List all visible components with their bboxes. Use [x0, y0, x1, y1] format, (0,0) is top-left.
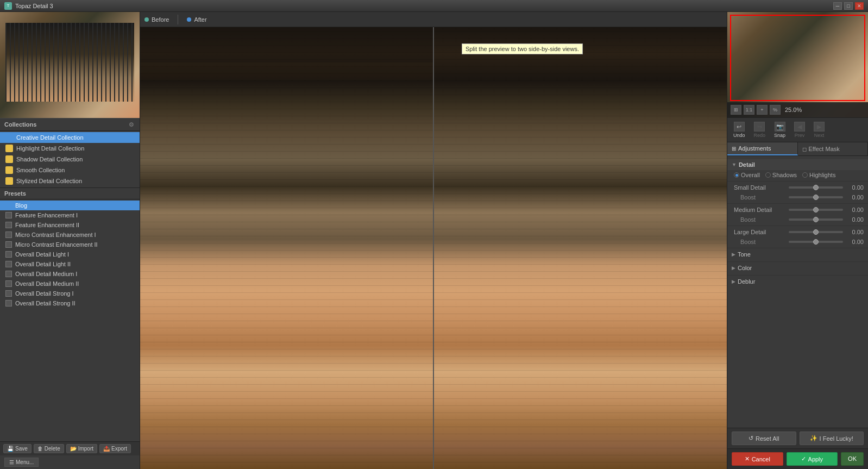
save-label: Save [15, 446, 28, 452]
large-detail-slider[interactable] [789, 231, 843, 233]
preset-item-ods1[interactable]: Overall Detail Strong I [0, 289, 140, 298]
adjustments-tab-icon: ⊞ [732, 146, 736, 152]
preset-item-blog[interactable]: Blog [0, 201, 140, 210]
tab-effect-mask[interactable]: ◻ Effect Mask [798, 142, 869, 155]
before-dot [144, 17, 149, 22]
navigator-panel: ⊞ 1:1 + % 25.0% [727, 12, 868, 118]
preset-item-fe2[interactable]: Feature Enhancement II [0, 220, 140, 230]
delete-button[interactable]: 🗑 Delete [34, 444, 64, 453]
medium-boost-value: 0.00 [846, 216, 864, 223]
prev-button[interactable]: ◀ Prev [791, 120, 808, 140]
small-boost-value: 0.00 [846, 194, 864, 201]
collection-item-smooth[interactable]: Smooth Collection [0, 165, 140, 176]
preset-item-odl2[interactable]: Overall Detail Light II [0, 259, 140, 269]
apply-button[interactable]: ✓ Apply [787, 452, 838, 466]
tab-adjustments[interactable]: ⊞ Adjustments [727, 142, 798, 155]
radio-shadows-label: Shadows [772, 172, 797, 178]
lucky-icon: ✨ [810, 435, 817, 442]
radio-shadows[interactable]: Shadows [765, 172, 797, 178]
preset-item-ods2[interactable]: Overall Detail Strong II [0, 298, 140, 308]
snap-button[interactable]: 📷 Snap [771, 120, 788, 140]
nav-zoom-out-button[interactable]: % [770, 105, 781, 115]
nav-zoom-in-button[interactable]: + [757, 105, 768, 115]
preset-item-mce1[interactable]: Micro Contrast Enhancement I [0, 230, 140, 240]
preset-item-odl1[interactable]: Overall Detail Light I [0, 249, 140, 259]
import-button[interactable]: 📂 Import [66, 444, 97, 453]
tone-section-label: Tone [738, 251, 751, 258]
preview-before [140, 27, 434, 469]
maximize-button[interactable]: □ [844, 2, 853, 10]
cancel-label: Cancel [752, 456, 770, 462]
nav-toolbar: ⊞ 1:1 + % 25.0% [727, 102, 868, 117]
export-label: Export [111, 446, 127, 452]
small-detail-slider[interactable] [789, 186, 843, 189]
tone-section-header[interactable]: ▶ Tone [727, 248, 868, 260]
menu-row: ☰ Menu... [0, 455, 140, 469]
preset-label-odl2: Overall Detail Light II [15, 261, 71, 267]
detail-section-header[interactable]: ▼ Detail [727, 159, 868, 170]
delete-label: Delete [45, 446, 60, 452]
color-section-header[interactable]: ▶ Color [727, 262, 868, 274]
nav-zoom-1-button[interactable]: 1:1 [744, 105, 754, 115]
separator-1 [727, 181, 868, 182]
collection-item-stylized[interactable]: Stylized Detail Collection [0, 176, 140, 186]
medium-boost-thumb [813, 217, 819, 222]
preset-item-odm1[interactable]: Overall Detail Medium I [0, 269, 140, 279]
save-button[interactable]: 💾 Save [3, 444, 32, 453]
title-bar-left: T Topaz Detail 3 [4, 2, 53, 10]
apply-cancel-row: ✕ Cancel ✓ Apply OK [727, 448, 868, 469]
nav-zoom-fit-button[interactable]: ⊞ [731, 105, 741, 115]
preset-item-fe1[interactable]: Feature Enhancement I [0, 210, 140, 220]
preset-label-odm1: Overall Detail Medium I [15, 271, 77, 277]
redo-button[interactable]: ↪ Redo [751, 120, 769, 140]
small-boost-label: Boost [740, 194, 785, 201]
effect-mask-tab-icon: ◻ [802, 146, 807, 152]
large-detail-label: Large Detail [734, 229, 785, 235]
close-button[interactable]: ✕ [855, 2, 864, 10]
medium-detail-slider[interactable] [789, 209, 843, 211]
prev-label: Prev [795, 133, 805, 138]
collection-item-creative[interactable]: Creative Detail Collection [0, 132, 140, 143]
lucky-button[interactable]: ✨ I Feel Lucky! [800, 432, 864, 445]
menu-button[interactable]: ☰ Menu... [4, 458, 39, 467]
minimize-button[interactable]: ─ [833, 2, 842, 10]
after-label: After [194, 16, 206, 23]
redo-icon: ↪ [754, 122, 765, 132]
adjustments-panel: ▼ Detail Overall Shadows Highlights [727, 156, 868, 428]
large-detail-thumb [813, 229, 819, 235]
preset-item-odm2[interactable]: Overall Detail Medium II [0, 279, 140, 289]
deblur-section-header[interactable]: ▶ Deblur [727, 276, 868, 287]
cancel-button[interactable]: ✕ Cancel [732, 452, 783, 466]
small-boost-slider[interactable] [789, 196, 843, 198]
preset-icon-ods1 [5, 290, 12, 297]
svg-rect-0 [140, 27, 433, 62]
preset-item-mce2[interactable]: Micro Contrast Enhancement II [0, 240, 140, 249]
preset-icon-odl2 [5, 261, 12, 267]
export-button[interactable]: 📤 Export [99, 444, 131, 453]
menu-label: Menu... [16, 459, 34, 465]
detail-radio-row: Overall Shadows Highlights [727, 170, 868, 180]
large-boost-slider[interactable] [789, 241, 843, 243]
collection-item-shadow[interactable]: Shadow Detail Collection [0, 154, 140, 165]
radio-highlights[interactable]: Highlights [802, 172, 835, 178]
preset-icon-fe1 [5, 212, 12, 218]
gear-icon[interactable]: ⚙ [128, 121, 135, 128]
prev-icon: ◀ [794, 122, 805, 132]
ok-button[interactable]: OK [841, 452, 864, 466]
color-section-label: Color [738, 265, 752, 271]
detail-section-title: Detail [739, 161, 755, 168]
window-controls[interactable]: ─ □ ✕ [833, 2, 864, 10]
deblur-arrow-icon: ▶ [732, 279, 735, 284]
next-button[interactable]: ▶ Next [811, 120, 827, 140]
center-area: Before After Split the preview to two si… [140, 12, 727, 469]
medium-boost-slider[interactable] [789, 218, 843, 221]
collection-label-highlight: Highlight Detail Collection [16, 145, 84, 152]
reset-all-button[interactable]: ↺ Reset All [732, 432, 796, 445]
before-label: Before [152, 16, 169, 23]
undo-button[interactable]: ↩ Undo [731, 120, 748, 140]
svg-rect-1 [140, 62, 433, 80]
apply-icon: ✓ [801, 455, 806, 462]
undo-label: Undo [733, 133, 745, 138]
collection-item-highlight[interactable]: Highlight Detail Collection [0, 143, 140, 154]
radio-overall[interactable]: Overall [734, 172, 760, 178]
